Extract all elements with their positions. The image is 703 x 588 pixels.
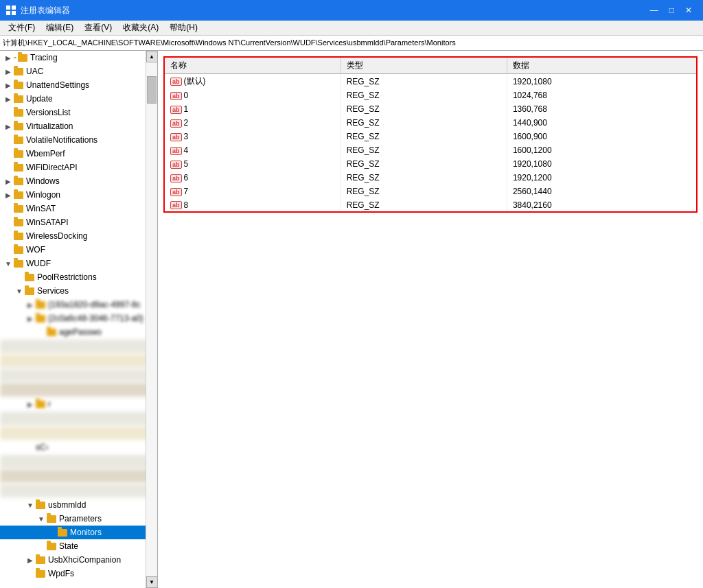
tree-item-tracing[interactable]: ▶ Tracing xyxy=(0,51,157,64)
folder-icon xyxy=(14,164,23,172)
tree-item-state[interactable]: State xyxy=(0,539,157,553)
tree-label: {193a1820-d9ac-4997-8c xyxy=(48,300,141,309)
col-data: 数据 xyxy=(507,57,697,74)
tree-item-wbemperf[interactable]: WbemPerf xyxy=(0,147,157,161)
values-panel: 名称 类型 数据 ab(默认)REG_SZ1920,1080ab0REG_SZ1… xyxy=(158,51,703,588)
expander-icon: ▼ xyxy=(14,287,25,295)
tree-item-update[interactable]: ▶ Update xyxy=(0,92,157,106)
tree-item-volatile[interactable]: VolatileNotifications xyxy=(0,133,157,147)
address-bar: 计算机\HKEY_LOCAL_MACHINE\SOFTWARE\Microsof… xyxy=(0,36,703,51)
tree-item-guid1[interactable]: ▶ {193a1820-d9ac-4997-8c xyxy=(0,298,157,311)
scroll-track[interactable] xyxy=(146,62,157,576)
table-row[interactable]: ab8REG_SZ3840,2160 xyxy=(164,198,697,212)
tree-item-wpdfs[interactable]: WpdFs xyxy=(0,567,157,580)
folder-icon xyxy=(14,233,23,240)
svg-rect-3 xyxy=(12,11,16,15)
folder-icon xyxy=(36,315,45,322)
tree-item-guid2[interactable]: ▶ {2c0a6c48-3046-7713-a0} xyxy=(0,311,157,325)
tree-panel: ▶ Tracing ▶ UAC ▶ UnattendSettings ▶ Upd… xyxy=(0,51,158,588)
scroll-down-button[interactable]: ▼ xyxy=(146,576,158,588)
tree-item-windows[interactable]: ▶ Windows xyxy=(0,174,157,188)
folder-icon xyxy=(14,246,23,254)
cell-data: 1024,768 xyxy=(507,89,697,102)
maximize-button[interactable]: □ xyxy=(664,5,680,15)
cell-name: ab7 xyxy=(164,185,341,198)
menu-file[interactable]: 文件(F) xyxy=(3,21,41,35)
close-button[interactable]: ✕ xyxy=(680,5,698,15)
folder-icon xyxy=(14,123,23,130)
menu-help[interactable]: 帮助(H) xyxy=(164,21,203,35)
tree-item-blurred-r[interactable]: ▶ r xyxy=(0,397,157,411)
tree-label: UnattendSettings xyxy=(26,80,89,90)
expander-icon: ▶ xyxy=(25,315,36,322)
tree-label: Monitors xyxy=(70,528,102,537)
tree-item-poolrestrictions[interactable]: PoolRestrictions xyxy=(0,270,157,284)
tree-item-wof[interactable]: WOF xyxy=(0,243,157,257)
menu-edit[interactable]: 编辑(E) xyxy=(41,21,79,35)
tree-label: WUDF xyxy=(26,259,51,268)
cell-type: REG_SZ xyxy=(341,89,507,102)
cell-data: 2560,1440 xyxy=(507,185,697,198)
tree-label: sC› xyxy=(36,443,49,452)
cell-type: REG_SZ xyxy=(341,74,507,89)
tree-item-winsat[interactable]: WinSAT xyxy=(0,202,157,215)
tree-item-unattend[interactable]: ▶ UnattendSettings xyxy=(0,78,157,92)
table-row[interactable]: ab(默认)REG_SZ1920,1080 xyxy=(164,74,697,89)
tree-item-blurred1[interactable]: agePasswo xyxy=(0,325,157,339)
scroll-thumb[interactable] xyxy=(147,76,157,104)
tree-item-uac[interactable]: ▶ UAC xyxy=(0,64,157,78)
expander-icon: ▶ xyxy=(25,556,36,564)
tree-label: Winlogon xyxy=(26,190,60,200)
tree-item-parameters[interactable]: ▼ Parameters xyxy=(0,512,157,526)
folder-icon xyxy=(14,150,23,158)
expander-icon: ▼ xyxy=(25,502,36,509)
tree-label: agePasswo xyxy=(59,327,102,337)
tree-item-winlogon[interactable]: ▶ Winlogon xyxy=(0,188,157,202)
tree-item-usbxhci[interactable]: ▶ UsbXhciCompanion xyxy=(0,553,157,567)
tree-item-winsatapi[interactable]: WinSATAPI xyxy=(0,215,157,229)
app-title: 注册表编辑器 xyxy=(21,5,70,16)
tree-label: WiFiDirectAPI xyxy=(26,163,78,172)
table-row[interactable]: ab6REG_SZ1920,1200 xyxy=(164,171,697,185)
main-panel: ▶ Tracing ▶ UAC ▶ UnattendSettings ▶ Upd… xyxy=(0,51,703,588)
blurred-row xyxy=(0,340,157,353)
tree-item-usbmmldd[interactable]: ▼ usbmmldd xyxy=(0,498,157,512)
tree-item-blurred-sc[interactable]: sC› xyxy=(0,440,157,454)
tree-item-monitors[interactable]: Monitors xyxy=(0,526,157,539)
menu-view[interactable]: 查看(V) xyxy=(79,21,117,35)
table-row[interactable]: ab0REG_SZ1024,768 xyxy=(164,89,697,102)
cell-data: 1360,768 xyxy=(507,102,697,116)
tree-item-wudf[interactable]: ▼ WUDF xyxy=(0,257,157,270)
table-row[interactable]: ab7REG_SZ2560,1440 xyxy=(164,185,697,198)
tree-label: WOF xyxy=(26,245,45,255)
tree-item-wifidirect[interactable]: WiFiDirectAPI xyxy=(0,161,157,174)
menu-favorites[interactable]: 收藏夹(A) xyxy=(117,21,164,35)
tree-item-versionslist[interactable]: VersionsList xyxy=(0,106,157,119)
blurred-row xyxy=(0,469,157,483)
tree-label: WinSAT xyxy=(26,204,56,213)
table-row[interactable]: ab2REG_SZ1440,900 xyxy=(164,116,697,130)
table-row[interactable]: ab3REG_SZ1600,900 xyxy=(164,130,697,143)
tree-item-virtualization[interactable]: ▶ Virtualization xyxy=(0,119,157,133)
expander-icon: ▶ xyxy=(3,82,14,89)
minimize-button[interactable]: — xyxy=(645,5,664,15)
scroll-up-button[interactable]: ▲ xyxy=(146,51,158,62)
cell-data: 1600,900 xyxy=(507,130,697,143)
expander-icon: ▶ xyxy=(3,95,14,103)
tree-label: Update xyxy=(26,94,53,104)
table-row[interactable]: ab5REG_SZ1920,1080 xyxy=(164,157,697,171)
cell-name: ab1 xyxy=(164,102,341,116)
cell-data: 1440,900 xyxy=(507,116,697,130)
table-row[interactable]: ab1REG_SZ1360,768 xyxy=(164,102,697,116)
expander-icon: ▶ xyxy=(3,191,14,199)
cell-name: ab3 xyxy=(164,130,341,143)
tree-scrollbar[interactable]: ▲ ▼ xyxy=(146,51,157,588)
folder-icon xyxy=(14,178,23,185)
tree-item-services[interactable]: ▼ Services xyxy=(0,284,157,298)
tree-item-wireless[interactable]: WirelessDocking xyxy=(0,229,157,243)
folder-icon xyxy=(14,109,23,117)
cell-name: ab6 xyxy=(164,171,341,185)
tree-content[interactable]: ▶ Tracing ▶ UAC ▶ UnattendSettings ▶ Upd… xyxy=(0,51,157,588)
table-row[interactable]: ab4REG_SZ1600,1200 xyxy=(164,143,697,157)
folder-icon xyxy=(14,260,23,268)
